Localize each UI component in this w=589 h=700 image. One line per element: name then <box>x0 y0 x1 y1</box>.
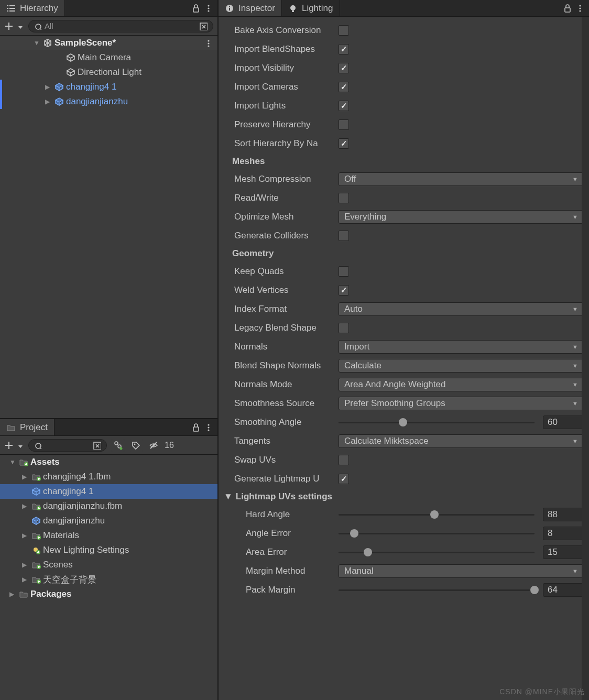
dropdown[interactable]: Manual▼ <box>339 564 584 578</box>
expand-icon <box>199 22 208 30</box>
number-field[interactable]: 88 <box>543 508 584 521</box>
dropdown[interactable]: Calculate▼ <box>339 359 584 373</box>
create-button[interactable] <box>4 441 24 450</box>
chevron-down-icon: ▼ <box>572 438 578 444</box>
prop-tangents: TangentsCalculate Mikktspace▼ <box>221 432 584 451</box>
filter-type-button[interactable] <box>111 439 125 452</box>
slider[interactable] <box>339 585 535 595</box>
dropdown[interactable]: Off▼ <box>339 172 584 186</box>
lock-icon[interactable] <box>563 4 572 13</box>
hierarchy-search[interactable]: All <box>28 20 213 32</box>
chevron-icon: ▶ <box>9 590 17 598</box>
scene-menu-icon[interactable] <box>204 39 217 47</box>
hierarchy-item[interactable]: ▶dangjianjianzhu <box>0 94 217 109</box>
prop-label: Import Visibility <box>221 63 339 73</box>
project-item[interactable]: ▶changjing4 1.fbm <box>0 469 217 484</box>
project-item[interactable]: ▶天空盒子背景 <box>0 572 217 587</box>
dropdown-value: Manual <box>344 566 374 576</box>
checkbox[interactable] <box>339 138 349 149</box>
prop-normals: NormalsImport▼ <box>221 337 584 356</box>
packages-row[interactable]: ▶Packages <box>0 587 217 601</box>
chevron-down-icon: ▼ <box>572 363 578 369</box>
checkbox[interactable] <box>339 323 349 333</box>
slider[interactable] <box>339 509 535 520</box>
project-item[interactable]: dangjianjianzhu <box>0 513 217 528</box>
hierarchy-item[interactable]: Directional Light <box>0 65 217 80</box>
checkbox[interactable] <box>339 231 349 241</box>
project-item[interactable]: ▶dangjianjianzhu.fbm <box>0 499 217 513</box>
prop-label: Generate Colliders <box>221 231 339 241</box>
create-button[interactable] <box>4 21 24 31</box>
prop-label: Generate Lightmap U <box>221 474 339 484</box>
lock-icon[interactable] <box>191 423 201 432</box>
tab-inspector[interactable]: Inspector <box>219 0 282 16</box>
project-item[interactable]: New Lighting Settings <box>0 543 217 557</box>
checkbox[interactable] <box>339 119 349 130</box>
dropdown[interactable]: Auto▼ <box>339 302 584 316</box>
project-item[interactable]: ▶Materials <box>0 528 217 543</box>
tab-project[interactable]: Project <box>0 419 54 435</box>
checkbox[interactable] <box>339 455 349 465</box>
lock-icon[interactable] <box>191 4 201 13</box>
prop-label: Margin Method <box>221 566 339 576</box>
hierarchy-item[interactable]: ▶changjing4 1 <box>0 80 217 94</box>
checkbox[interactable] <box>339 25 349 36</box>
hierarchy-item[interactable]: Main Camera <box>0 50 217 65</box>
number-field[interactable]: 15 <box>543 545 584 559</box>
project-item[interactable]: ▶Scenes <box>0 557 217 572</box>
checkbox[interactable] <box>339 285 349 296</box>
scene-row[interactable]: ▼ SampleScene* <box>0 36 217 50</box>
prop-smoothing_angle: Smoothing Angle60 <box>221 413 584 432</box>
dropdown[interactable]: Everything▼ <box>339 210 584 224</box>
prop-label: Smoothness Source <box>221 398 339 409</box>
menu-dots-icon[interactable] <box>204 4 213 13</box>
folder-icon <box>31 501 41 511</box>
tab-hierarchy[interactable]: Hierarchy <box>0 0 65 16</box>
tab-lighting[interactable]: Lighting <box>282 0 340 16</box>
checkbox[interactable] <box>339 44 349 54</box>
number-field[interactable]: 64 <box>543 583 584 597</box>
chevron-down-icon: ▼ <box>9 458 17 466</box>
checkbox[interactable] <box>339 101 349 111</box>
prop-hard_angle: Hard Angle88 <box>221 505 584 524</box>
dropdown[interactable]: Calculate Mikktspace▼ <box>339 434 584 448</box>
dropdown[interactable]: Prefer Smoothing Groups▼ <box>339 397 584 410</box>
slider[interactable] <box>339 528 535 539</box>
slider[interactable] <box>339 547 535 557</box>
checkbox[interactable] <box>339 266 349 277</box>
search-placeholder: All <box>45 21 53 30</box>
dropdown[interactable]: Area And Angle Weighted▼ <box>339 378 584 391</box>
checkbox[interactable] <box>339 193 349 203</box>
menu-dots-icon[interactable] <box>204 423 213 432</box>
checkbox[interactable] <box>339 82 349 92</box>
project-item[interactable]: changjing4 1 <box>0 484 217 499</box>
chevron-down-icon <box>15 21 24 31</box>
checkbox[interactable] <box>339 474 349 484</box>
dropdown-value: Import <box>344 342 369 352</box>
chevron-icon: ▶ <box>22 532 29 539</box>
hierarchy-tabbar: Hierarchy <box>0 0 217 17</box>
prop-mesh_compression: Mesh CompressionOff▼ <box>221 170 584 189</box>
folder-icon <box>6 423 16 432</box>
light-icon <box>31 545 41 555</box>
prop-optimize_mesh: Optimize MeshEverything▼ <box>221 207 584 226</box>
dropdown[interactable]: Import▼ <box>339 340 584 354</box>
item-label: dangjianjianzhu <box>66 96 128 107</box>
section-lightmap_uvs[interactable]: ▼Lightmap UVs settings <box>221 488 584 505</box>
prop-label: Sort Hierarchy By Na <box>221 138 339 149</box>
hierarchy-toolbar: All <box>0 17 217 36</box>
filter-label-button[interactable] <box>129 439 143 452</box>
item-label: dangjianjianzhu <box>43 516 105 526</box>
prop-legacy_blend: Legacy Blend Shape <box>221 319 584 337</box>
checkbox[interactable] <box>339 63 349 73</box>
item-label: dangjianjianzhu.fbm <box>43 501 122 511</box>
scrollbar[interactable] <box>582 17 589 700</box>
slider[interactable] <box>339 417 535 428</box>
menu-dots-icon[interactable] <box>575 4 585 13</box>
hidden-toggle[interactable] <box>147 439 160 452</box>
assets-row[interactable]: ▼ Assets <box>0 455 217 469</box>
number-field[interactable]: 8 <box>543 527 584 540</box>
project-search[interactable] <box>28 439 107 452</box>
number-field[interactable]: 60 <box>543 415 584 429</box>
chevron-down-icon: ▼ <box>572 214 578 220</box>
